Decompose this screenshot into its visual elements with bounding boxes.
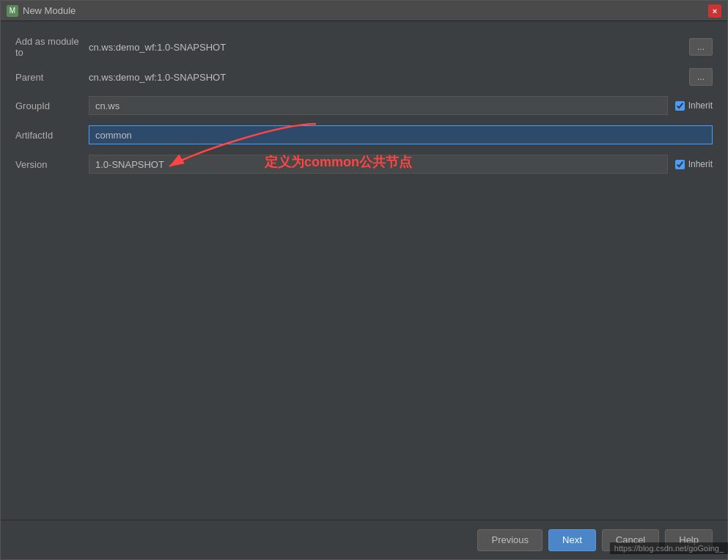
next-button[interactable]: Next bbox=[548, 529, 596, 551]
parent-value: cn.ws:demo_wf:1.0-SNAPSHOT bbox=[89, 72, 682, 83]
parent-label: Parent bbox=[15, 72, 89, 83]
groupid-inherit-label[interactable]: Inherit bbox=[675, 100, 713, 111]
previous-button[interactable]: Previous bbox=[477, 529, 543, 551]
close-button[interactable]: × bbox=[708, 4, 721, 18]
artifactid-input[interactable] bbox=[89, 125, 713, 144]
groupid-inherit-text: Inherit bbox=[688, 100, 713, 111]
annotation-text: 定义为common公共节点 bbox=[265, 153, 412, 171]
groupid-input[interactable] bbox=[89, 96, 668, 115]
version-label: Version bbox=[15, 159, 89, 170]
groupid-label: GroupId bbox=[15, 100, 89, 111]
add-module-browse-button[interactable]: ... bbox=[689, 38, 713, 56]
title-bar: M New Module × bbox=[1, 1, 727, 21]
watermark: https://blog.csdn.net/goGoing_ bbox=[610, 542, 728, 554]
module-icon: M bbox=[7, 5, 18, 17]
new-module-dialog: M New Module × Add as module to cn.ws:de… bbox=[0, 0, 728, 560]
add-module-value: cn.ws:demo_wf:1.0-SNAPSHOT bbox=[89, 42, 682, 53]
groupid-row: GroupId Inherit bbox=[15, 96, 713, 115]
parent-row: Parent cn.ws:demo_wf:1.0-SNAPSHOT ... bbox=[15, 68, 713, 86]
version-inherit-text: Inherit bbox=[688, 159, 713, 169]
title-bar-left: M New Module bbox=[7, 5, 76, 17]
artifactid-label: ArtifactId bbox=[15, 130, 89, 141]
artifactid-row: ArtifactId bbox=[15, 125, 713, 144]
groupid-inherit-checkbox[interactable] bbox=[675, 101, 685, 111]
window-title: New Module bbox=[23, 5, 76, 16]
parent-browse-button[interactable]: ... bbox=[689, 68, 713, 86]
version-inherit-label[interactable]: Inherit bbox=[675, 159, 713, 169]
add-module-label: Add as module to bbox=[15, 36, 89, 58]
version-inherit-checkbox[interactable] bbox=[675, 160, 685, 169]
form-content: Add as module to cn.ws:demo_wf:1.0-SNAPS… bbox=[1, 21, 727, 520]
add-module-row: Add as module to cn.ws:demo_wf:1.0-SNAPS… bbox=[15, 36, 713, 58]
